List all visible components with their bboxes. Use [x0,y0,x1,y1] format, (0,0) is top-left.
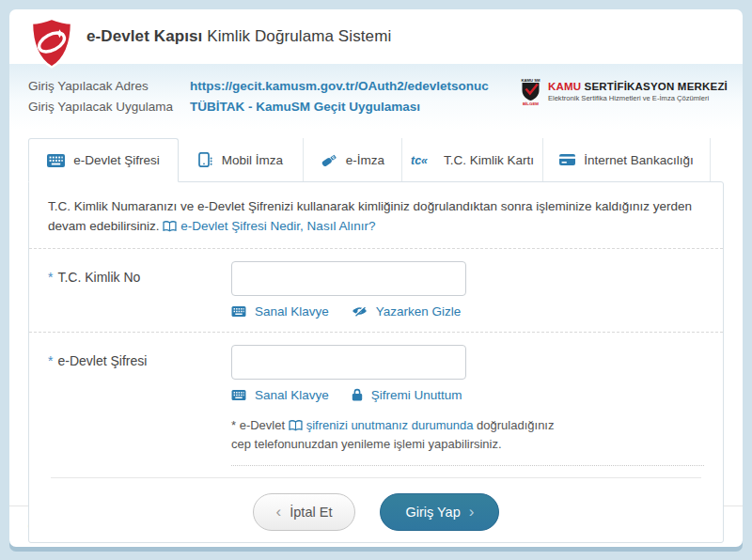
tab-label: e-İmza [346,153,384,167]
bank-card-icon [559,154,575,165]
tc-kimlik-no-row: *T.C. Kimlik No Sanal Klavye [48,249,704,320]
password-renewal-note: * e-Devlet şifrenizi unutmanız durumunda… [231,404,562,454]
auth-card: e-Devlet Kapısı Kimlik Doğrulama Sistemi… [9,9,743,547]
keyboard-icon [231,390,246,400]
virtual-keyboard-link[interactable]: Sanal Klavye [231,388,329,402]
application-link[interactable]: TÜBİTAK - KamuSM Geçit Uygulaması [190,97,420,117]
keyboard-icon [47,154,65,167]
application-label: Giriş Yapılacak Uygulama [28,97,190,117]
note-prefix: * e-Devlet [231,418,285,432]
info-band: Giriş Yapılacak Adres https://gecit.kamu… [9,64,743,130]
hide-while-typing-link[interactable]: Yazarken Gizle [352,304,462,319]
tab-edevlet-sifresi[interactable]: e-Devlet Şifresi [28,138,179,182]
tab-internet-bankaciligi[interactable]: İnternet Bankacılığı [543,138,711,181]
required-mark: * [48,353,53,368]
usb-icon [321,152,337,167]
address-label: Giriş Yapılacak Adres [28,76,190,97]
edevlet-sifresi-input[interactable] [231,345,466,380]
mobile-icon [198,152,213,167]
forgot-password-note-link[interactable]: şifrenizi unutmanız durumunda [289,418,474,432]
svg-text:KAMU SM: KAMU SM [521,78,540,83]
auth-tabs: e-Devlet Şifresi Mobil İmza e-İmz [28,138,724,181]
kamusm-shield-icon: KAMU SM BİLGEM [518,77,543,105]
tab-label: İnternet Bankacılığı [584,153,693,167]
book-icon [163,221,177,232]
login-button[interactable]: Giriş Yap › [380,493,499,531]
panel-description: T.C. Kimlik Numaranızı ve e-Devlet Şifre… [48,182,704,237]
brand-rest: Kimlik Doğrulama Sistemi [207,27,391,45]
edevlet-sifresi-panel: T.C. Kimlik Numaranızı ve e-Devlet Şifre… [28,181,724,543]
chevron-left-icon: ‹ [276,503,282,521]
edevlet-sifresi-row: *e-Devlet Şifresi Sanal Klavye Şifremi U… [48,333,704,404]
page-title: e-Devlet Kapısı Kimlik Doğrulama Sistemi [86,27,391,46]
chevron-right-icon: › [469,503,475,521]
ksm-title-rest: SERTİFİKASYON MERKEZİ [581,81,728,92]
kamusm-logo: KAMU SM BİLGEM KAMU SERTİFİKASYON MERKEZ… [518,77,728,105]
ksm-subtitle: Elektronik Sertifika Hizmetleri ve E-İmz… [548,94,728,102]
divider [231,465,704,466]
bilgem-caption: BİLGEM [523,101,539,106]
kamusm-text: KAMU SERTİFİKASYON MERKEZİ Elektronik Se… [548,81,728,102]
edevlet-shield-logo [28,17,75,70]
book-icon [289,420,303,431]
tab-tc-kimlik-karti[interactable]: tc« T.C. Kimlik Kartı [402,138,543,181]
keyboard-icon [231,306,246,317]
card-header: e-Devlet Kapısı Kimlik Doğrulama Sistemi [9,9,743,64]
tab-label: T.C. Kimlik Kartı [444,153,534,167]
tab-e-imza[interactable]: e-İmza [304,138,402,181]
tab-label: e-Devlet Şifresi [73,153,160,167]
tc-kimlik-no-label: *T.C. Kimlik No [48,261,231,319]
svg-text:tc«: tc« [411,154,428,166]
id-card-icon: tc« [411,154,435,166]
lock-icon [352,388,363,401]
brand-bold: e-Devlet Kapısı [86,27,202,45]
address-link[interactable]: https://gecit.kamusm.gov.tr/OAuth2/edevl… [190,76,489,97]
eye-slash-icon [352,305,368,317]
ksm-title-red: KAMU [548,81,581,92]
cancel-button[interactable]: ‹ İptal Et [253,493,356,531]
tc-kimlik-no-input[interactable] [231,261,466,296]
tab-label: Mobil İmza [222,153,283,167]
tab-mobil-imza[interactable]: Mobil İmza [179,138,304,181]
forgot-password-link[interactable]: Şifremi Unuttum [352,388,462,402]
virtual-keyboard-link[interactable]: Sanal Klavye [231,304,329,319]
edevlet-sifresi-label: *e-Devlet Şifresi [48,345,231,402]
what-is-edevlet-password-link[interactable]: e-Devlet Şifresi Nedir, Nasıl Alınır? [163,219,375,233]
required-mark: * [48,270,53,285]
form-buttons: ‹ İptal Et Giriş Yap › [48,478,704,531]
